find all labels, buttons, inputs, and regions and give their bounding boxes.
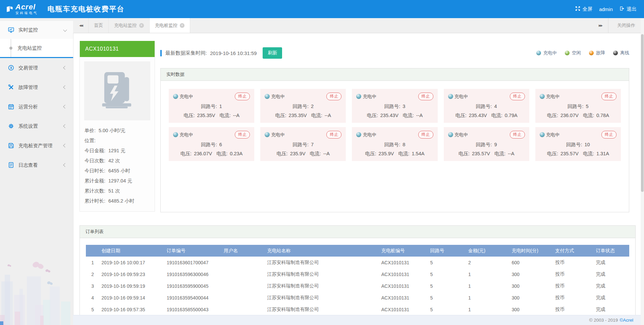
circuit-number-row: 回路号:3 [352, 103, 437, 110]
terminate-button[interactable]: 终止 [326, 131, 341, 139]
orders-table-header: 创建日期 订单编号 用户名 充电站名称 充电桩编号 回路号 金额(元) 充电时间… [86, 245, 629, 257]
tab-home[interactable]: 首页 [88, 18, 109, 33]
tab-bar: ◀◀ 首页 充电站监控 充电桩监控 ▶▶ 关闭操作 [73, 18, 644, 33]
offline-status-icon [613, 51, 618, 55]
charging-status-icon [448, 94, 453, 99]
circuit-number-row: 回路号:6 [169, 142, 254, 148]
charging-status-icon [540, 94, 545, 99]
order-row: 5 2019-10-16 09:57:35 1910163585500043 江… [86, 304, 629, 315]
order-row: 1 2019-10-16 10:00:17 1910163601700047 江… [86, 257, 629, 268]
circuit-meta-row: 电压:235.35V电流:--A [260, 112, 346, 119]
circuit-status-label: 充电中 [271, 132, 285, 138]
chevron-left-icon [63, 163, 67, 167]
gear-icon [8, 123, 14, 129]
tab-station-monitor[interactable]: 充电站监控 [108, 18, 150, 33]
col-charge-minutes: 充电时间(分) [510, 248, 553, 254]
user-menu[interactable]: admin [599, 6, 613, 12]
chevron-left-icon [63, 105, 67, 108]
pile-stat-row: 累计金额: 1297.04 元 [85, 176, 150, 186]
logout-button[interactable]: 退出 [620, 6, 637, 12]
circuit-meta-row: 电压:236.07V电流:0.23A [169, 151, 254, 157]
sidebar-item-transaction-mgmt[interactable]: ¥ 交易管理 [0, 58, 73, 77]
log-document-icon [8, 162, 14, 168]
sidebar-item-log-view[interactable]: 日志查看 [0, 155, 73, 175]
sidebar-item-operation-analysis[interactable]: 运营分析 [0, 97, 73, 116]
tab-close-icon[interactable] [139, 23, 144, 28]
collect-time-value: 2019-10-16 10:31:59 [210, 50, 257, 56]
col-pile-no: 充电桩编号 [379, 248, 428, 254]
terminate-button[interactable]: 终止 [510, 131, 525, 139]
tabs-scroll-left-button[interactable]: ◀◀ [73, 18, 89, 33]
circuit-card: 充电中 终止 回路号:4 电压:235.43V电流:0.79A [444, 89, 529, 123]
col-amount: 金额(元) [466, 248, 510, 254]
sidebar-item-fault-mgmt[interactable]: 故障管理 [0, 77, 73, 97]
col-station-name: 充电站名称 [265, 248, 379, 254]
circuit-card: 充电中 终止 回路号:3 电压:235.43V电流:--A [352, 89, 437, 123]
col-circuit-no: 回路号 [428, 248, 466, 254]
charging-status-icon [173, 132, 178, 137]
monitor-icon [8, 27, 14, 33]
circuit-status-label: 充电中 [454, 132, 468, 138]
pile-stat-row: 今日金额: 1291 元 [85, 146, 150, 156]
circuit-card: 充电中 终止 回路号:9 电压:235.57V电流:--A [444, 127, 529, 161]
legend-charging: 充电中 [536, 50, 557, 56]
close-operations-menu[interactable]: 关闭操作 [608, 18, 644, 33]
orders-table: 创建日期 订单编号 用户名 充电站名称 充电桩编号 回路号 金额(元) 充电时间… [86, 245, 629, 315]
circuit-number-row: 回路号:4 [444, 103, 529, 110]
terminate-button[interactable]: 终止 [235, 93, 250, 100]
pile-code-header: ACX1010131 [80, 41, 155, 57]
circuit-meta-row: 电压:235.35V电流:--A [169, 112, 254, 119]
terminate-button[interactable]: 终止 [326, 93, 341, 100]
scrollbar-thumb[interactable] [641, 34, 644, 192]
terminate-button[interactable]: 终止 [418, 93, 433, 100]
sidebar-item-realtime-monitor[interactable]: 实时监控 [0, 21, 73, 39]
tab-pile-monitor[interactable]: 充电桩监控 [149, 18, 191, 33]
pile-stat-row: 累计时长: 6485.2 小时 [85, 196, 150, 206]
sidebar: 实时监控 充电站监控 ¥ 交易管理 故障管理 [0, 18, 73, 325]
chevron-left-icon [63, 66, 67, 69]
fullscreen-icon [575, 6, 580, 12]
circuit-meta-row: 电压:235.9V电流:1.54A [352, 151, 437, 157]
terminate-button[interactable]: 终止 [418, 131, 433, 139]
legend-offline: 离线 [613, 50, 629, 56]
circuit-status-label: 充电中 [363, 132, 376, 138]
realtime-data-panel: 实时数据 充电中 终止 回路号:1 电压:235.35V电流:--A [160, 68, 629, 212]
sidebar-item-pile-asset-mgmt[interactable]: 充电桩资产管理 [0, 136, 73, 155]
col-pay-method: 支付方式 [553, 248, 594, 254]
order-row: 3 2019-10-16 09:59:19 1910163595900045 江… [86, 280, 629, 292]
terminate-button[interactable]: 终止 [510, 93, 525, 100]
circuit-meta-row: 电压:235.43V电流:--A [352, 112, 437, 119]
chevron-down-icon [63, 28, 67, 32]
sidebar-item-system-settings[interactable]: 系统设置 [0, 116, 73, 136]
sidebar-item-charging-station-monitor[interactable]: 充电站监控 [0, 39, 73, 57]
charging-status-icon [173, 94, 178, 99]
circuit-status-label: 充电中 [363, 94, 376, 100]
vertical-scrollbar[interactable] [641, 18, 644, 325]
col-order-no: 订单编号 [165, 248, 222, 254]
acrel-logo-icon [6, 5, 13, 13]
circuit-card: 充电中 终止 回路号:5 电压:236.07V电流:0.78A [535, 89, 621, 123]
terminate-button[interactable]: 终止 [601, 131, 616, 139]
tab-close-icon[interactable] [180, 23, 184, 28]
terminate-button[interactable]: 终止 [235, 131, 250, 139]
idle-status-icon [565, 51, 570, 55]
circuit-number-row: 回路号:10 [535, 142, 621, 148]
circuit-status-label: 充电中 [546, 94, 560, 100]
tabs-scroll-right-button[interactable]: ▶▶ [593, 18, 608, 33]
refresh-button[interactable]: 刷新 [263, 47, 282, 59]
fault-status-icon [589, 51, 594, 55]
circuit-meta-row: 电压:235.57V电流:--A [444, 151, 529, 157]
terminate-button[interactable]: 终止 [601, 93, 616, 100]
page-title: 电瓶车充电桩收费平台 [48, 4, 125, 14]
pile-icon-panel [84, 61, 150, 120]
collect-time-label: 最新数据采集时间: [165, 50, 207, 56]
corner-decoration [0, 321, 3, 325]
charging-status-icon [540, 132, 545, 137]
circuit-meta-row: 电压:235.57V电流:1.31A [535, 151, 621, 157]
footer-brand-link[interactable]: ©Acrel [620, 318, 633, 323]
fullscreen-button[interactable]: 全屏 [575, 6, 592, 12]
circuit-card: 充电中 终止 回路号:1 电压:235.35V电流:--A [169, 89, 254, 123]
pile-stat-row: 累计次数: 51 次 [85, 186, 150, 196]
chevron-left-icon [63, 124, 67, 128]
circuit-card: 充电中 终止 回路号:8 电压:235.9V电流:1.54A [352, 127, 437, 161]
